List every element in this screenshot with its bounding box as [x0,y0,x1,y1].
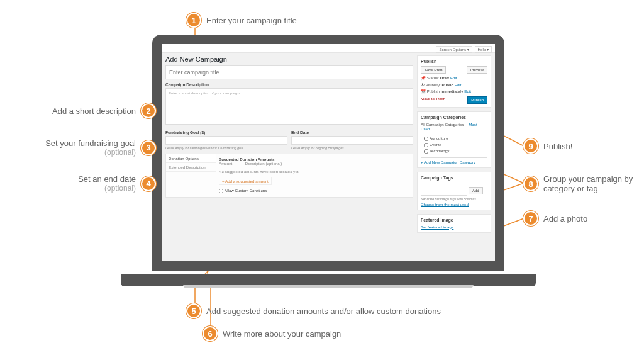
goal-hint: Leave empty for campaigns without a fund… [165,146,287,150]
tags-heading: Campaign Tags [421,176,487,180]
publish-heading: Publish [421,59,487,64]
description-label: Campaign Description [165,82,413,87]
featured-heading: Featured Image [421,218,487,222]
add-tag-button[interactable]: Add [469,187,483,194]
campaign-title-input[interactable] [165,65,413,79]
save-draft-button[interactable]: Save Draft [421,66,446,74]
badge-9-icon: 9 [523,138,538,154]
laptop-mockup: Screen Options ▾ Help ▾ Add New Campaign… [152,35,511,286]
goal-input[interactable] [165,136,287,145]
col-desc: Description (optional) [245,161,282,166]
categories-heading: Campaign Categories [421,115,487,120]
tag-input[interactable] [421,183,467,196]
callout-8: Group your campaign by category or tag 8 [523,174,636,193]
add-suggested-amount-button[interactable]: + Add a suggested amount [219,177,272,185]
choose-tags-link[interactable]: Choose from the most used [421,202,487,206]
badge-8-icon: 8 [523,176,538,191]
edit-schedule-link[interactable]: Edit [464,89,471,93]
callout-1: 1 Enter your campaign title [186,13,297,28]
badge-3-icon: 3 [141,140,156,155]
tags-panel: Campaign Tags Add Separate campaign tags… [417,172,491,210]
categories-panel: Campaign Categories All Campaign Categor… [417,111,491,168]
edit-status-link[interactable]: Edit [450,76,457,80]
page-title: Add New Campaign [165,55,413,63]
badge-5-icon: 5 [186,303,201,318]
enddate-input[interactable] [291,136,413,145]
callout-5: 5 Add suggested donation amounts and/or … [186,303,441,318]
badge-4-icon: 4 [141,176,156,191]
admin-topbar: Screen Options ▾ Help ▾ [162,44,495,53]
tab-extended-description[interactable]: Extended Description [166,163,216,172]
preview-button[interactable]: Preview [467,66,487,74]
col-amount: Amount [219,161,244,166]
donation-empty-msg: No suggested amounts have been created y… [219,169,410,174]
screen-options-button[interactable]: Screen Options ▾ [436,46,472,53]
admin-screen: Screen Options ▾ Help ▾ Add New Campaign… [162,44,495,261]
badge-7-icon: 7 [523,211,538,226]
set-featured-image-link[interactable]: Set featured image [421,225,453,229]
category-technology[interactable]: Technology [424,149,484,154]
help-button[interactable]: Help ▾ [475,46,492,53]
callout-6: 6 Write more about your campaign [203,326,341,341]
publish-button[interactable]: Publish [467,96,487,104]
enddate-label: End Date [291,130,413,135]
callout-7: Add a photo 7 [523,211,587,226]
callout-4: Set an end date(optional) 4 [13,174,156,193]
tags-hint: Separate campaign tags with commas [421,197,487,201]
badge-6-icon: 6 [203,326,218,341]
add-category-link[interactable]: + Add New Campaign Category [421,160,487,164]
description-textarea[interactable]: Enter a short description of your campai… [165,88,413,125]
tab-all-categories[interactable]: All Campaign Categories [421,122,464,127]
allow-custom-donations[interactable]: Allow Custom Donations [219,188,410,193]
callout-2: Add a short description 2 [13,103,156,118]
move-to-trash-link[interactable]: Move to Trash [421,96,445,101]
edit-visibility-link[interactable]: Edit [455,82,462,87]
badge-2-icon: 2 [141,103,156,118]
category-agriculture[interactable]: Agriculture [424,136,484,141]
settings-tabs: Donation Options Extended Description Su… [165,154,413,198]
callout-9: Publish! 9 [523,138,572,154]
enddate-hint: Leave empty for ongoing campaigns. [291,146,413,150]
tab-donation-options[interactable]: Donation Options [166,154,216,163]
featured-image-panel: Featured Image Set featured image [417,214,491,233]
category-events[interactable]: Events [424,142,484,147]
laptop-base [121,274,536,286]
publish-panel: Publish Save Draft Preview 📌 Status: Dra… [417,55,491,108]
callout-3: Set your fundraising goal(optional) 3 [13,138,156,157]
donation-heading: Suggested Donation Amounts [219,157,410,161]
badge-1-icon: 1 [186,13,201,28]
goal-label: Fundraising Goal ($) [165,130,287,135]
